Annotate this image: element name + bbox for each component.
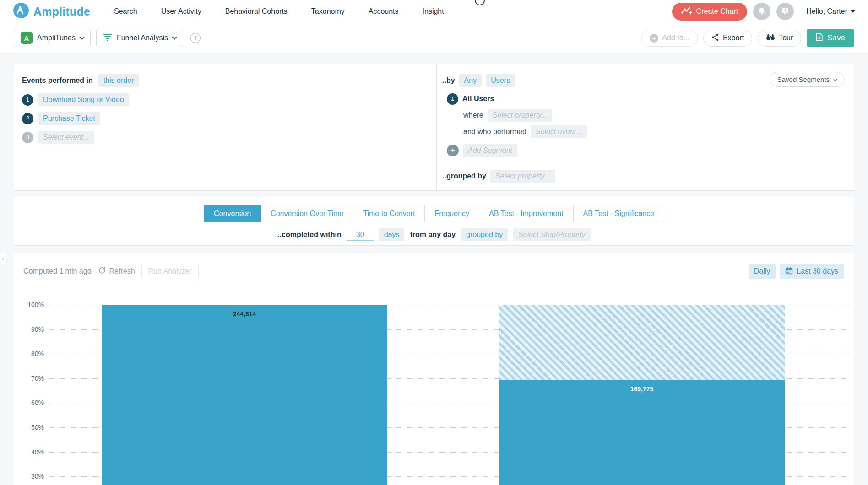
chart-toolbar: A AmpliTunes Funnel Analysis i + Add to.… (0, 23, 868, 53)
tab-conversion-over-time[interactable]: Conversion Over Time (261, 205, 353, 222)
segments-section: ..by Any Users 1 All Users where Select … (436, 64, 854, 190)
chart-line-plus-icon (681, 7, 692, 16)
nav-items: Search User Activity Behavioral Cohorts … (114, 7, 444, 16)
nav-item-user-activity[interactable]: User Activity (161, 7, 201, 16)
nav-item-insight[interactable]: Insight (423, 7, 444, 16)
nav-item-accounts[interactable]: Accounts (369, 7, 399, 16)
performed-label: and who performed (463, 128, 526, 136)
grouped-by-toggle[interactable]: grouped by (461, 228, 508, 241)
step-number-badge: 1 (22, 94, 33, 106)
share-icon (711, 33, 719, 43)
cursor-ring (475, 0, 485, 5)
events-title: Events performed in (22, 76, 93, 85)
y-tick-label: 30% (16, 473, 44, 480)
refresh-label: Refresh (109, 267, 135, 275)
step-property-select[interactable]: Select Step/Property (513, 228, 591, 241)
amplitude-logo[interactable]: Amplitude (13, 2, 90, 21)
create-chart-label: Create Chart (696, 7, 738, 16)
nav-item-behavioral-cohorts[interactable]: Behavioral Cohorts (225, 7, 288, 16)
y-tick-label: 80% (16, 350, 44, 357)
event-step-row: 2 Purchase Ticket (22, 112, 436, 125)
event-order-toggle[interactable]: this order (98, 74, 139, 87)
event-step-row: 3 Select event... (22, 131, 436, 144)
export-button[interactable]: Export (703, 30, 752, 47)
chart-header: Computed 1 min ago Refresh Run Analyzer … (14, 253, 854, 279)
saved-segments-dropdown[interactable]: Saved Segments (770, 72, 845, 87)
tour-label: Tour (779, 34, 793, 42)
window-unit-select[interactable]: days (379, 228, 405, 241)
chevron-down-icon (833, 76, 838, 81)
project-dropdown[interactable]: A AmpliTunes (14, 29, 91, 47)
funnel-bar-step-2[interactable]: 169,775 (499, 305, 785, 485)
brand-name: Amplitude (33, 5, 90, 18)
segment-name: All Users (462, 95, 494, 103)
funnel-bar-step-1[interactable]: 244,814 (102, 305, 387, 485)
bar-value-label: 169,775 (499, 385, 785, 393)
conversion-window-input[interactable] (347, 229, 374, 241)
segment-number-badge: 1 (447, 93, 458, 105)
segment-any-toggle[interactable]: Any (459, 74, 482, 87)
save-label: Save (827, 33, 845, 43)
notifications-button[interactable] (753, 3, 770, 20)
tour-button[interactable]: Tour (758, 30, 801, 47)
interval-daily-button[interactable]: Daily (749, 264, 776, 279)
save-button[interactable]: Save (807, 29, 854, 47)
bar-fill (102, 305, 387, 485)
completed-within-label: ..completed within (277, 231, 342, 239)
bar-value-label: 244,814 (102, 310, 387, 318)
save-file-icon (816, 33, 823, 43)
event-step-1[interactable]: Download Song or Video (38, 93, 129, 106)
run-analyzer-button[interactable]: Run Analyzer (141, 264, 199, 279)
grouped-by-label: ..grouped by (442, 172, 486, 180)
refresh-button[interactable]: Refresh (98, 266, 135, 276)
chevron-down-icon (851, 10, 855, 13)
step-number-badge: 3 (22, 132, 33, 143)
add-segment-plus-icon[interactable]: + (447, 145, 459, 156)
nav-item-taxonomy[interactable]: Taxonomy (311, 7, 345, 16)
y-tick-label: 50% (16, 424, 44, 431)
from-any-day-label: from any day (410, 231, 456, 239)
create-chart-button[interactable]: Create Chart (672, 3, 748, 21)
event-step-2[interactable]: Purchase Ticket (38, 112, 100, 125)
y-tick-label: 40% (16, 448, 44, 456)
where-property-select[interactable]: Select property... (488, 109, 553, 122)
column-separator (392, 305, 392, 485)
analysis-tabs: Conversion Conversion Over Time Time to … (14, 205, 854, 222)
chevron-down-icon (79, 34, 84, 39)
toolbar-right: + Add to... Export (641, 29, 854, 47)
add-segment-button[interactable]: Add Segment (463, 144, 517, 157)
help-bubble-icon: ? (781, 7, 789, 16)
add-to-button[interactable]: + Add to... (641, 30, 698, 47)
greeting-label: Hello, Carter (806, 7, 847, 16)
event-step-3-select[interactable]: Select event... (38, 131, 94, 144)
bell-icon (758, 7, 766, 16)
info-icon[interactable]: i (190, 33, 201, 43)
nav-item-search[interactable]: Search (114, 7, 137, 16)
nav-right: Create Chart ? Hello, Carter (672, 3, 855, 21)
event-step-row: 1 Download Song or Video (22, 93, 436, 106)
segment-users-toggle[interactable]: Users (486, 74, 515, 87)
help-button[interactable]: ? (776, 3, 794, 20)
svg-text:?: ? (784, 8, 787, 13)
export-label: Export (723, 34, 744, 42)
sidebar-expand-handle[interactable]: › (0, 253, 6, 264)
analysis-mode-panel: Conversion Conversion Over Time Time to … (14, 197, 854, 246)
tab-frequency[interactable]: Frequency (425, 205, 479, 222)
tab-ab-test-improvement[interactable]: AB Test - Improvement (479, 205, 573, 222)
funnel-icon (103, 33, 112, 43)
chart-type-dropdown[interactable]: Funnel Analysis (96, 29, 183, 47)
tab-conversion[interactable]: Conversion (204, 205, 261, 222)
user-menu[interactable]: Hello, Carter (806, 7, 855, 16)
date-range-button[interactable]: Last 30 days (780, 264, 844, 279)
grouped-by-property-select[interactable]: Select property... (490, 170, 555, 183)
project-badge-icon: A (21, 32, 33, 44)
column-separator (790, 305, 790, 485)
computed-status: Computed 1 min ago (23, 267, 92, 275)
events-section: Events performed in this order 1 Downloa… (14, 64, 436, 190)
y-tick-label: 60% (16, 399, 44, 406)
tab-ab-test-significance[interactable]: AB Test - Significance (574, 205, 664, 222)
bar-fill: 169,775 (499, 380, 785, 485)
performed-event-select[interactable]: Select event... (531, 125, 587, 138)
tab-time-to-convert[interactable]: Time to Convert (353, 205, 425, 222)
chart-type-label: Funnel Analysis (117, 34, 168, 42)
